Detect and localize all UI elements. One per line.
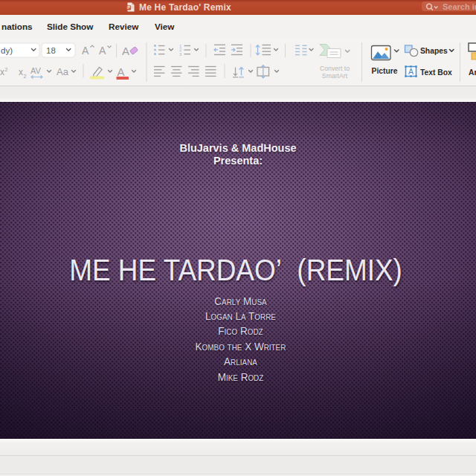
svg-text:A: A	[118, 65, 125, 78]
svg-text:2: 2	[5, 67, 8, 72]
svg-text:3: 3	[179, 52, 181, 57]
svg-text:A: A	[408, 67, 414, 76]
svg-text:x: x	[19, 67, 23, 77]
svg-text:2: 2	[24, 74, 27, 79]
svg-text:P: P	[127, 5, 130, 10]
svg-text:AV: AV	[30, 66, 42, 75]
svg-text:A: A	[82, 45, 89, 57]
svg-text:A: A	[99, 45, 106, 57]
svg-text:18: 18	[46, 46, 56, 55]
svg-text:A: A	[122, 45, 129, 57]
svg-text:x: x	[0, 67, 4, 77]
svg-text:Aa: Aa	[57, 66, 69, 77]
svg-text:dy): dy)	[1, 46, 13, 55]
